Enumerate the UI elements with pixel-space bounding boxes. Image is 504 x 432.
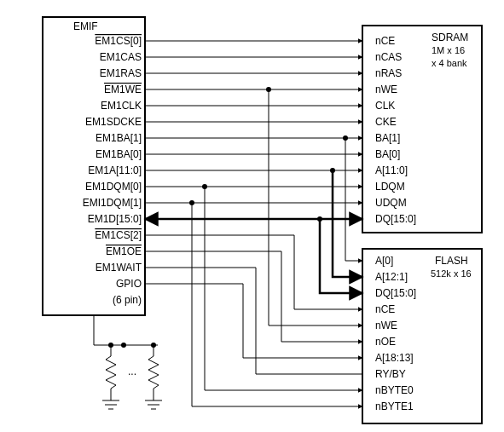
emif-pin-1: EM1CAS bbox=[100, 51, 142, 63]
emif-pin-6: EM1BA[1] bbox=[96, 132, 142, 144]
flash-pin-9: nBYTE1 bbox=[375, 400, 414, 412]
wire-flash-nbyte0 bbox=[205, 187, 362, 390]
emif-pin-5: EM1SDCKE bbox=[85, 116, 142, 128]
sdram-pin-9: LDQM bbox=[375, 181, 405, 193]
wire-flash-a18 bbox=[243, 284, 362, 358]
wire-flash-dq bbox=[320, 219, 362, 293]
sdram-pin-0: nCE bbox=[375, 35, 395, 47]
wire-flash-a0 bbox=[345, 138, 362, 261]
sdram-pin-10: UDQM bbox=[375, 197, 407, 209]
svg-point-12 bbox=[151, 343, 156, 348]
emif-pin-7: EM1BA[0] bbox=[96, 148, 142, 160]
flash-subtitle1: 512k x 16 bbox=[431, 268, 472, 279]
sdram-subtitle2: x 4 bank bbox=[432, 58, 467, 68]
sdram-pin-7: BA[0] bbox=[375, 148, 400, 160]
emif-pin-12: EM1CS[2] bbox=[95, 229, 142, 241]
emif-pin-2: EM1RAS bbox=[100, 67, 142, 79]
flash-pin-0: A[0] bbox=[375, 255, 393, 267]
emif-pin-8: EM1A[11:0] bbox=[88, 164, 142, 176]
flash-pin-4: nWE bbox=[375, 320, 397, 331]
wire-flash-nce bbox=[294, 235, 362, 309]
emif-pin-11: EM1D[15:0] bbox=[88, 213, 142, 225]
sdram-pin-6: BA[1] bbox=[375, 132, 400, 144]
flash-pin-5: nOE bbox=[375, 336, 396, 348]
sdram-pin-4: CLK bbox=[375, 100, 395, 112]
flash-title: FLASH bbox=[435, 255, 468, 267]
resistor-icon bbox=[145, 343, 162, 409]
resistor-icon bbox=[102, 343, 119, 409]
sdram-subtitle1: 1M x 16 bbox=[432, 45, 465, 55]
emif-pin-14: EM1WAIT bbox=[96, 262, 142, 274]
wire-flash-nwe bbox=[269, 89, 362, 325]
flash-pin-6: A[18:13] bbox=[375, 352, 414, 364]
emif-pin-3: EM1WE bbox=[104, 84, 142, 95]
sdram-pin-11: DQ[15:0] bbox=[375, 213, 416, 225]
flash-pin-1: A[12:1] bbox=[375, 271, 408, 283]
flash-pin-8: nBYTE0 bbox=[375, 384, 414, 396]
flash-pin-3: nCE bbox=[375, 303, 395, 315]
sdram-pin-1: nCAS bbox=[375, 51, 402, 63]
resistor-ellipsis: ... bbox=[128, 366, 136, 377]
sdram-pin-3: nWE bbox=[375, 84, 397, 95]
emif-pin-15: GPIO bbox=[116, 278, 142, 290]
flash-pin-2: DQ[15:0] bbox=[375, 287, 416, 299]
wire-flash-nbyte1 bbox=[192, 203, 362, 406]
wiring-diagram: EMIF EM1CS[0] EM1CAS EM1RAS EM1WE EM1CLK… bbox=[0, 0, 504, 432]
emif-pin-16: (6 pin) bbox=[113, 294, 142, 306]
emif-pin-10: EMI1DQM[1] bbox=[83, 197, 142, 209]
flash-pin-7: RY/BY bbox=[375, 368, 406, 380]
emif-pin-4: EM1CLK bbox=[101, 100, 142, 112]
emif-title: EMIF bbox=[73, 20, 98, 32]
emif-pin-9: EM1DQM[0] bbox=[85, 181, 142, 193]
sdram-pin-5: CKE bbox=[375, 116, 397, 128]
sdram-title: SDRAM bbox=[432, 32, 468, 43]
sdram-pin-8: A[11:0] bbox=[375, 164, 408, 176]
wire-flash-noe bbox=[281, 251, 362, 342]
sdram-pin-2: nRAS bbox=[375, 67, 402, 79]
emif-pin-13: EM1OE bbox=[106, 245, 142, 257]
svg-point-6 bbox=[108, 343, 113, 348]
emif-pin-0: EM1CS[0] bbox=[95, 35, 142, 47]
